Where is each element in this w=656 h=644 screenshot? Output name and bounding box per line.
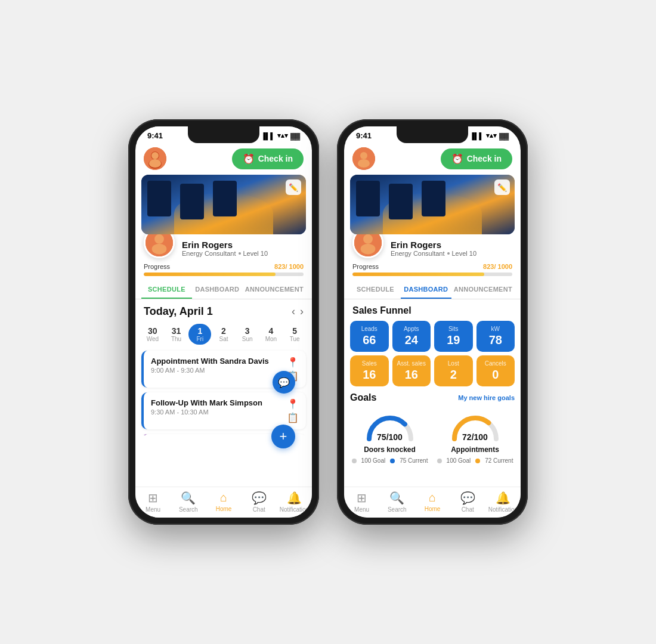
profile-subtitle: Energy Consultant Level 10 [182,250,268,257]
date-item-30[interactable]: 30 Wed [141,324,164,345]
home-icon: ⌂ [220,491,227,504]
nav-chat-2[interactable]: 💬 Chat [450,491,485,513]
goals-link[interactable]: My new hire goals [458,394,515,401]
appointment-mark[interactable]: Follow-Up With Mark Simpson 9:30 AM - 10… [141,392,306,429]
funnel-label-kw: kW [491,326,500,332]
goals-title: Goals [350,392,376,403]
funnel-sits[interactable]: Sits 19 [434,321,473,352]
funnel-lost[interactable]: Lost 2 [434,355,473,386]
user-avatar-small-2[interactable] [352,147,375,170]
date-item-1[interactable]: 1 Fri [188,324,211,345]
tab-schedule[interactable]: SCHEDULE [141,281,192,299]
goals-section: Goals My new hire goals 7 [344,392,521,464]
prev-arrow[interactable]: ‹ [292,305,295,318]
date-num-30: 30 [148,326,157,336]
notification-icon-2: 🔔 [496,491,510,505]
fab-chat-button[interactable]: 💬 [273,371,295,394]
gauge-value-appts: 72/100 [462,432,488,442]
tab-announcement-2[interactable]: ANNOUNCEMENT [451,281,515,299]
legend-dot-current-appts [475,459,480,463]
checkin-button[interactable]: ⏰ Check in [232,148,304,169]
nav-search-2[interactable]: 🔍 Search [379,491,414,513]
location-icon-2[interactable]: 📍 [287,398,299,410]
checkin-button-2[interactable]: ⏰ Check in [441,148,512,169]
user-avatar-small[interactable] [144,147,166,170]
funnel-label-appts: Appts [404,326,419,332]
bottom-navigation-2: ⊞ Menu 🔍 Search ⌂ Home 💬 Chat 🔔 Notifica… [344,487,521,518]
notification-label-2: Notification [488,506,518,513]
date-item-2[interactable]: 2 Sat [212,324,235,345]
nav-menu[interactable]: ⊞ Menu [135,491,171,513]
app-header-2: ⏰ Check in [344,143,521,175]
tab-dashboard[interactable]: DASHBOARD [192,281,243,299]
next-arrow[interactable]: › [300,305,304,318]
date-day-3: Sun [242,336,253,342]
screen-schedule: 9:41 ▐▌▌ ▾▴▾ ▓▓ ⏰ Check in [135,126,312,518]
menu-label: Menu [146,506,160,513]
bottom-navigation: ⊞ Menu 🔍 Search ⌂ Home 💬 Chat 🔔 Notifica… [135,487,312,518]
funnel-label-lost: Lost [448,360,459,367]
copy-icon-2[interactable]: 📋 [287,412,299,423]
search-label: Search [179,506,198,513]
funnel-kw[interactable]: kW 78 [476,321,515,352]
banner-art-2 [350,175,515,234]
funnel-sales[interactable]: Sales 16 [350,355,389,386]
date-item-3[interactable]: 3 Sun [236,324,259,345]
funnel-label-cancels: Cancels [485,360,506,367]
date-item-31[interactable]: 31 Thu [165,324,188,345]
legend-goal-doors: 100 Goal [361,457,386,464]
funnel-appts[interactable]: Appts 24 [392,321,431,352]
funnel-label-asst-sales: Asst. sales [397,360,426,367]
svg-point-6 [154,234,164,244]
funnel-value-sales: 16 [363,368,376,382]
tab-announcement[interactable]: ANNOUNCEMENT [243,281,306,299]
progress-label: Progress 823/ 1000 [144,263,304,270]
wifi-icon: ▾▴▾ [277,132,288,140]
battery-icon-2: ▓▓ [499,132,509,140]
date-item-5[interactable]: 5 Tue [283,324,306,345]
date-title: Today, April 1 [144,305,213,318]
nav-home[interactable]: ⌂ Home [206,491,241,513]
tab-dashboard-2[interactable]: DASHBOARD [401,281,451,299]
battery-icon: ▓▓ [290,132,300,140]
fab-add-button[interactable]: + [271,425,295,448]
nav-chat[interactable]: 💬 Chat [242,491,277,513]
funnel-value-lost: 2 [450,368,457,382]
menu-icon-2: ⊞ [357,491,367,505]
screen-dashboard: 9:41 ▐▌▌ ▾▴▾ ▓▓ ⏰ Check in [344,126,521,518]
svg-point-9 [360,152,367,159]
svg-point-10 [358,159,370,168]
menu-icon: ⊞ [148,491,158,505]
nav-menu-2[interactable]: ⊞ Menu [344,491,379,513]
legend-dot-goal-doors [352,459,357,463]
status-icons-2: ▐▌▌ ▾▴▾ ▓▓ [470,132,509,140]
schedule-content: Today, April 1 ‹ › 30 Wed 31 Thu 1 Fri [135,299,312,435]
funnel-value-leads: 66 [363,333,376,347]
date-item-4[interactable]: 4 Mon [260,324,283,345]
edit-banner-button[interactable]: ✏️ [286,179,301,195]
appt-time-sandra: 9:00 AM - 9:30 AM [151,367,269,374]
profile-info: Erin Rogers Energy Consultant Level 10 [182,240,268,257]
funnel-leads[interactable]: Leads 66 [350,321,389,352]
date-day-5: Tue [290,336,300,342]
edit-banner-button-2[interactable]: ✏️ [494,179,510,195]
tab-schedule-2[interactable]: SCHEDULE [350,281,401,299]
svg-point-4 [149,159,161,168]
funnel-asst-sales[interactable]: Asst. sales 16 [392,355,431,386]
svg-point-13 [361,244,376,255]
date-num-3: 3 [245,326,250,336]
date-day-2: Sat [219,336,228,342]
chat-label-2: Chat [462,506,474,513]
funnel-value-cancels: 0 [492,368,499,382]
nav-home-2[interactable]: ⌂ Home [414,491,450,513]
funnel-cancels[interactable]: Cancels 0 [476,355,515,386]
plus-icon: + [280,429,287,444]
nav-notification[interactable]: 🔔 Notification [277,491,312,513]
app-header: ⏰ Check in [135,143,312,175]
nav-notification-2[interactable]: 🔔 Notification [485,491,521,513]
location-icon[interactable]: 📍 [287,357,299,368]
dashboard-content: Sales Funnel Leads 66 Appts 24 Sits 19 k… [344,299,521,487]
funnel-value-appts: 24 [405,333,418,347]
nav-search[interactable]: 🔍 Search [171,491,206,513]
profile-section: Erin Rogers Energy Consultant Level 10 [135,234,312,261]
